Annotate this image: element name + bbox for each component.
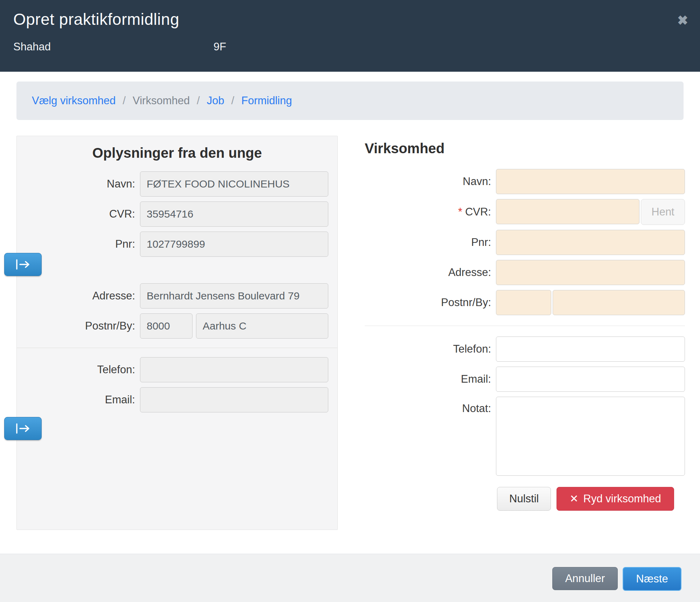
- student-cvr-row: CVR:: [17, 201, 328, 227]
- student-adresse-row: Adresse:: [17, 283, 328, 309]
- student-pnr-input[interactable]: [140, 232, 328, 257]
- breadcrumb-item-vaelg-virksomhed[interactable]: Vælg virksomhed: [32, 94, 115, 107]
- company-notat-textarea[interactable]: [496, 397, 685, 476]
- clear-x-icon: ✕: [569, 494, 578, 504]
- student-info-panel: Oplysninger fra den unge Navn: CVR: Pnr:…: [16, 136, 338, 530]
- breadcrumb-item-virksomhed: Virksomhed: [133, 94, 190, 107]
- breadcrumb-separator: /: [197, 94, 200, 107]
- student-panel-divider: [17, 348, 337, 348]
- company-navn-label: Navn:: [365, 169, 496, 194]
- company-notat-row: Notat:: [365, 397, 685, 476]
- breadcrumb-separator: /: [231, 94, 234, 107]
- transfer-contact-info-button[interactable]: [4, 417, 42, 440]
- student-navn-row: Navn:: [17, 171, 328, 197]
- spacer: [17, 262, 337, 283]
- student-pnr-row: Pnr:: [17, 232, 328, 257]
- student-email-row: Email:: [17, 387, 328, 412]
- company-navn-input[interactable]: [496, 169, 685, 194]
- company-panel: Virksomhed Navn: * CVR: Hent Pnr: Adress…: [365, 136, 685, 511]
- footer-actions: Annuller Næste: [552, 567, 681, 591]
- close-icon[interactable]: ✖: [677, 14, 688, 27]
- company-telefon-row: Telefon:: [365, 337, 685, 362]
- student-postnr-input[interactable]: [140, 313, 192, 339]
- company-postnr-input[interactable]: [496, 290, 551, 315]
- company-adresse-row: Adresse:: [365, 260, 685, 285]
- student-panel-title: Oplysninger fra den unge: [17, 145, 337, 161]
- company-panel-divider: [365, 326, 685, 326]
- naeste-button[interactable]: Næste: [623, 567, 681, 591]
- company-by-input[interactable]: [553, 290, 685, 315]
- hent-button[interactable]: Hent: [641, 199, 685, 225]
- ryd-virksomhed-label: Ryd virksomhed: [583, 493, 661, 505]
- student-email-label: Email:: [17, 387, 140, 412]
- company-panel-title: Virksomhed: [365, 141, 685, 156]
- transfer-right-icon: [15, 259, 31, 270]
- student-cvr-label: CVR:: [17, 201, 140, 227]
- breadcrumb: Vælg virksomhed / Virksomhed / Job / For…: [16, 82, 684, 120]
- company-email-input[interactable]: [496, 367, 685, 392]
- company-pnr-input[interactable]: [496, 230, 685, 255]
- student-adresse-label: Adresse:: [17, 283, 140, 309]
- breadcrumb-item-job[interactable]: Job: [207, 94, 224, 107]
- student-navn-label: Navn:: [17, 171, 140, 197]
- company-pnr-row: Pnr:: [365, 230, 685, 255]
- company-telefon-label: Telefon:: [365, 337, 496, 362]
- dialog-footer: Annuller Næste: [0, 554, 700, 602]
- company-cvr-row: * CVR: Hent: [365, 199, 685, 225]
- company-telefon-input[interactable]: [496, 337, 685, 362]
- company-adresse-label: Adresse:: [365, 260, 496, 285]
- dialog-title: Opret praktikformidling: [13, 10, 179, 29]
- student-by-input[interactable]: [196, 313, 328, 339]
- student-telefon-row: Telefon:: [17, 357, 328, 382]
- company-email-row: Email:: [365, 367, 685, 392]
- student-email-input[interactable]: [140, 387, 328, 412]
- company-email-label: Email:: [365, 367, 496, 392]
- dialog-header: Opret praktikformidling Shahad 9F ✖: [0, 0, 700, 72]
- company-postnr-by-row: Postnr/By:: [365, 290, 685, 315]
- company-postnr-by-label: Postnr/By:: [365, 290, 496, 315]
- company-cvr-label-text: CVR:: [465, 206, 491, 218]
- company-notat-label: Notat:: [365, 397, 496, 476]
- student-postnr-by-label: Postnr/By:: [17, 313, 140, 339]
- company-pnr-label: Pnr:: [365, 230, 496, 255]
- company-cvr-input[interactable]: [496, 199, 639, 224]
- company-adresse-input[interactable]: [496, 260, 685, 285]
- student-navn-input[interactable]: [140, 171, 328, 197]
- company-cvr-label: * CVR:: [365, 199, 496, 225]
- student-adresse-input[interactable]: [140, 283, 328, 309]
- student-telefon-label: Telefon:: [17, 357, 140, 382]
- student-postnr-by-row: Postnr/By:: [17, 313, 328, 339]
- student-cvr-input[interactable]: [140, 201, 328, 227]
- ryd-virksomhed-button[interactable]: ✕ Ryd virksomhed: [556, 487, 674, 511]
- breadcrumb-separator: /: [122, 94, 126, 107]
- transfer-right-icon: [15, 423, 31, 434]
- nulstil-button[interactable]: Nulstil: [497, 487, 551, 511]
- class-label: 9F: [214, 41, 226, 53]
- student-telefon-input[interactable]: [140, 357, 328, 382]
- transfer-company-info-button[interactable]: [4, 253, 42, 276]
- company-navn-row: Navn:: [365, 169, 685, 194]
- breadcrumb-item-formidling[interactable]: Formidling: [241, 94, 292, 107]
- annuller-button[interactable]: Annuller: [552, 567, 618, 590]
- required-asterisk: *: [458, 206, 462, 218]
- company-actions: Nulstil ✕ Ryd virksomhed: [497, 487, 685, 511]
- student-name: Shahad: [13, 41, 51, 53]
